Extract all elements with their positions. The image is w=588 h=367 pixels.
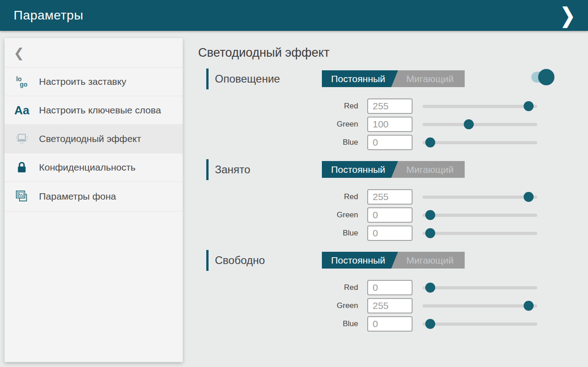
section-header: Оповещение Мигающий Постоянный (198, 69, 588, 89)
blue-slider-track[interactable] (423, 141, 537, 144)
mode-toggle: Мигающий Постоянный (322, 161, 465, 178)
sidebar: ❮ logo Настроить заставку Aa Настроить к… (5, 38, 183, 362)
sidebar-item-label: Параметры фона (39, 191, 116, 203)
red-value-input[interactable] (367, 98, 413, 114)
mode-toggle: Мигающий Постоянный (322, 70, 465, 87)
channel-label: Red (198, 283, 358, 292)
channel-row: Blue (198, 316, 588, 332)
channel-row: Red (198, 98, 588, 114)
keywords-icon: Aa (5, 104, 39, 116)
channel-label: Green (198, 120, 358, 129)
blue-value-input[interactable] (367, 135, 413, 150)
sidebar-item-label: Светодиодный эффект (39, 133, 141, 145)
red-slider-thumb[interactable] (524, 101, 534, 111)
mode-toggle: Мигающий Постоянный (322, 252, 465, 269)
section-header: Свободно Мигающий Постоянный (198, 250, 588, 271)
green-slider-thumb[interactable] (464, 119, 474, 129)
green-slider (423, 210, 537, 220)
green-slider-track[interactable] (423, 123, 537, 126)
section-accent-bar (206, 159, 209, 180)
led-section: Оповещение Мигающий Постоянный Red Green (198, 69, 588, 150)
green-slider (423, 119, 537, 129)
led-effect-icon (5, 132, 39, 145)
section-title: Оповещение (215, 73, 280, 85)
led-section: Свободно Мигающий Постоянный Red Green B… (198, 250, 588, 332)
mode-option-constant[interactable]: Постоянный (322, 161, 398, 178)
blue-slider (423, 228, 537, 238)
channel-row: Red (198, 189, 588, 205)
led-section: Занято Мигающий Постоянный Red Green Blu… (198, 159, 588, 241)
sidebar-item-keywords[interactable]: Aa Настроить ключевые слова (5, 96, 183, 125)
app-header: Параметры ❯ (0, 0, 588, 31)
app-title: Параметры (14, 8, 83, 23)
red-slider-track[interactable] (423, 286, 537, 289)
green-value-input[interactable] (367, 117, 413, 132)
red-slider-thumb[interactable] (524, 192, 534, 202)
blue-value-input[interactable] (367, 316, 413, 332)
blue-slider-thumb[interactable] (425, 319, 435, 329)
channel-label: Blue (198, 229, 358, 238)
main-content: Светодиодный эффект Оповещение Мигающий … (198, 38, 588, 341)
green-value-input[interactable] (367, 298, 413, 313)
mode-option-constant[interactable]: Постоянный (322, 70, 398, 87)
back-button[interactable]: ❮ (5, 38, 183, 68)
blue-slider (423, 319, 537, 329)
section-header: Занято Мигающий Постоянный (198, 159, 588, 180)
green-value-input[interactable] (367, 207, 413, 223)
blue-slider-thumb[interactable] (425, 228, 435, 238)
channel-label: Green (198, 210, 358, 220)
toggle-knob (538, 69, 554, 85)
channel-row: Blue (198, 135, 588, 150)
red-slider (423, 101, 537, 111)
red-slider-track[interactable] (423, 105, 537, 108)
red-value-input[interactable] (367, 280, 413, 295)
blue-slider-thumb[interactable] (425, 137, 435, 147)
blue-slider (423, 137, 537, 147)
channel-rows: Red Green Blue (198, 189, 588, 241)
sidebar-item-led-effect[interactable]: Светодиодный эффект (5, 125, 183, 153)
sidebar-item-privacy[interactable]: Конфиденциальность (5, 153, 183, 182)
section-title: Занято (215, 163, 250, 176)
channel-label: Blue (198, 138, 358, 147)
green-slider-track[interactable] (423, 304, 537, 308)
sidebar-items: logo Настроить заставку Aa Настроить клю… (5, 68, 183, 211)
red-slider-track[interactable] (423, 196, 537, 199)
blue-slider-track[interactable] (423, 323, 537, 326)
green-slider-thumb[interactable] (524, 301, 534, 311)
green-slider-thumb[interactable] (425, 210, 435, 220)
sidebar-item-splash[interactable]: logo Настроить заставку (5, 68, 183, 96)
lock-icon (5, 161, 39, 174)
channel-label: Blue (198, 319, 358, 328)
red-slider (423, 283, 537, 293)
section-accent-bar (206, 69, 209, 89)
green-slider-track[interactable] (423, 214, 537, 217)
blue-slider-track[interactable] (423, 232, 537, 235)
sidebar-item-background[interactable]: Параметры фона (5, 182, 183, 211)
sidebar-item-label: Конфиденциальность (39, 161, 136, 174)
sidebar-item-label: Настроить ключевые слова (39, 104, 161, 117)
power-toggle[interactable] (531, 70, 554, 84)
logo-icon: logo (5, 76, 39, 87)
blue-value-input[interactable] (367, 225, 413, 241)
channel-label: Red (198, 102, 358, 111)
section-title: Свободно (215, 254, 265, 267)
channel-row: Red (198, 280, 588, 295)
mode-option-blinking[interactable]: Мигающий (391, 252, 465, 269)
mode-option-constant[interactable]: Постоянный (322, 252, 398, 269)
mode-option-blinking[interactable]: Мигающий (391, 161, 465, 178)
channel-row: Green (198, 298, 588, 313)
mode-option-blinking[interactable]: Мигающий (391, 70, 465, 87)
channel-row: Blue (198, 225, 588, 241)
background-icon (5, 189, 39, 204)
channel-rows: Red Green Blue (198, 280, 588, 332)
forward-chevron-icon[interactable]: ❯ (560, 5, 575, 26)
led-sections: Оповещение Мигающий Постоянный Red Green (198, 69, 588, 332)
page-title: Светодиодный эффект (198, 46, 588, 60)
section-accent-bar (206, 250, 209, 271)
sidebar-item-label: Настроить заставку (39, 76, 126, 88)
red-slider (423, 192, 537, 202)
red-value-input[interactable] (367, 189, 413, 205)
red-slider-thumb[interactable] (425, 283, 435, 293)
channel-row: Green (198, 117, 588, 132)
channel-row: Green (198, 207, 588, 223)
